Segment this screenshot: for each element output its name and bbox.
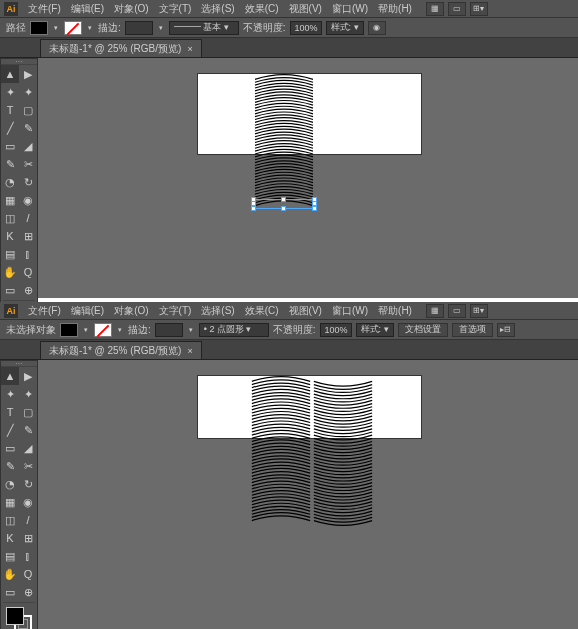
mesh-tool[interactable]: ▤ [1,245,19,263]
rotate-tool[interactable]: ◔ [1,173,19,191]
fill-color-swatch[interactable] [6,607,24,625]
menu-effect[interactable]: 效果(C) [241,302,283,320]
line-tool[interactable]: ╱ [1,421,19,439]
gradient-tool[interactable]: ◉ [19,191,37,209]
menu-view[interactable]: 视图(V) [285,302,326,320]
brush-dropdown[interactable]: • 2 点圆形 ▾ [199,323,269,337]
blend-shape-left[interactable] [250,372,312,530]
close-icon[interactable]: × [187,44,192,54]
rectangle-tool[interactable]: ▭ [1,439,19,457]
width-tool[interactable]: ◫ [1,511,19,529]
paintbrush-tool[interactable]: ◢ [19,439,37,457]
recolor-icon[interactable]: ◉ [368,21,386,35]
stroke-dropdown-icon[interactable]: ▾ [116,323,124,337]
menu-file[interactable]: 文件(F) [24,302,65,320]
direct-selection-tool[interactable]: ▶ [19,367,37,385]
lasso-tool[interactable]: ▢ [19,403,37,421]
perspective-tool[interactable]: ⊞ [19,529,37,547]
overflow-icon[interactable]: ▸⊟ [497,323,515,337]
hand-tool[interactable]: ✋ [1,263,19,281]
fill-swatch[interactable] [30,21,48,35]
selection-tool[interactable]: ▲ [1,65,19,83]
direct-selection-tool[interactable]: ▶ [19,65,37,83]
stroke-weight-input[interactable] [155,323,183,337]
canvas[interactable] [40,58,578,298]
menu-window[interactable]: 窗口(W) [328,302,372,320]
scale-tool[interactable]: ▦ [1,493,19,511]
blend-shape-right[interactable] [312,372,374,530]
style-dropdown[interactable]: 样式: ▾ [326,21,364,35]
gradient-tool[interactable]: ◉ [19,493,37,511]
bridge-icon[interactable]: ▭ [448,304,466,318]
rectangle-tool[interactable]: ▭ [1,583,19,601]
type-tool[interactable]: T [1,403,19,421]
stroke-weight-drop-icon[interactable]: ▾ [187,323,195,337]
scissors-tool[interactable]: ✂ [19,155,37,173]
arrange-icon[interactable]: ⊞▾ [470,304,488,318]
lasso-tool[interactable]: ▢ [19,101,37,119]
stroke-swatch[interactable] [64,21,82,35]
perspective-tool[interactable]: ⊞ [19,227,37,245]
menu-effect[interactable]: 效果(C) [241,0,283,18]
menu-type[interactable]: 文字(T) [155,302,196,320]
pen-tool[interactable]: ✎ [1,457,19,475]
variable-width-dropdown[interactable]: ━━━ 基本 ▾ [169,21,239,35]
pen-tool[interactable]: ✎ [19,119,37,137]
rectangle-tool[interactable]: ▭ [1,137,19,155]
shape-builder-tool[interactable]: K [1,529,19,547]
line-tool[interactable]: ╱ [1,119,19,137]
zoom-tool[interactable]: ⊕ [19,583,37,601]
graph-tool[interactable]: ⫿ [19,547,37,565]
stroke-weight-input[interactable] [125,21,153,35]
pen-tool[interactable]: ✎ [19,421,37,439]
magic-wand-tool[interactable]: ✦ [1,83,19,101]
blend-shape[interactable] [253,70,315,215]
document-setup-button[interactable]: 文档设置 [398,323,448,337]
artboard-tool[interactable]: Q [19,263,37,281]
menu-window[interactable]: 窗口(W) [328,0,372,18]
menu-type[interactable]: 文字(T) [155,0,196,18]
menu-select[interactable]: 选择(S) [197,302,238,320]
selection-tool[interactable]: ▲ [1,367,19,385]
bridge-icon[interactable]: ▭ [448,2,466,16]
menu-object[interactable]: 对象(O) [110,302,152,320]
scale-tool[interactable]: ▦ [1,191,19,209]
menu-view[interactable]: 视图(V) [285,0,326,18]
shape-builder-tool[interactable]: K [1,227,19,245]
width-tool[interactable]: ◫ [1,209,19,227]
fill-dropdown-icon[interactable]: ▾ [52,21,60,35]
pen-tool[interactable]: ✎ [1,155,19,173]
type-tool[interactable]: T [1,101,19,119]
stroke-swatch[interactable] [94,323,112,337]
menu-help[interactable]: 帮助(H) [374,0,416,18]
rotate-tool[interactable]: ↻ [19,475,37,493]
fill-swatch[interactable] [60,323,78,337]
hand-tool[interactable]: ✋ [1,565,19,583]
color-swatches[interactable] [6,607,32,629]
paintbrush-tool[interactable]: ◢ [19,137,37,155]
close-icon[interactable]: × [187,346,192,356]
zoom-tool[interactable]: ⊕ [19,281,37,299]
layout-icon[interactable]: ▦ [426,2,444,16]
menu-edit[interactable]: 编辑(E) [67,0,108,18]
document-tab[interactable]: 未标题-1* @ 25% (RGB/预览) × [40,39,202,57]
magic-wand-tool[interactable]: ✦ [19,83,37,101]
mesh-tool[interactable]: ▤ [1,547,19,565]
menu-select[interactable]: 选择(S) [197,0,238,18]
opacity-input[interactable]: 100% [290,21,322,35]
canvas[interactable] [40,360,578,629]
eyedropper-tool[interactable]: / [19,511,37,529]
eyedropper-tool[interactable]: / [19,209,37,227]
menu-object[interactable]: 对象(O) [110,0,152,18]
rectangle-tool[interactable]: ▭ [1,281,19,299]
preferences-button[interactable]: 首选项 [452,323,493,337]
arrange-icon[interactable]: ⊞▾ [470,2,488,16]
layout-icon[interactable]: ▦ [426,304,444,318]
magic-wand-tool[interactable]: ✦ [19,385,37,403]
stroke-weight-drop-icon[interactable]: ▾ [157,21,165,35]
fill-dropdown-icon[interactable]: ▾ [82,323,90,337]
document-tab[interactable]: 未标题-1* @ 25% (RGB/预览) × [40,341,202,359]
magic-wand-tool[interactable]: ✦ [1,385,19,403]
menu-file[interactable]: 文件(F) [24,0,65,18]
scissors-tool[interactable]: ✂ [19,457,37,475]
